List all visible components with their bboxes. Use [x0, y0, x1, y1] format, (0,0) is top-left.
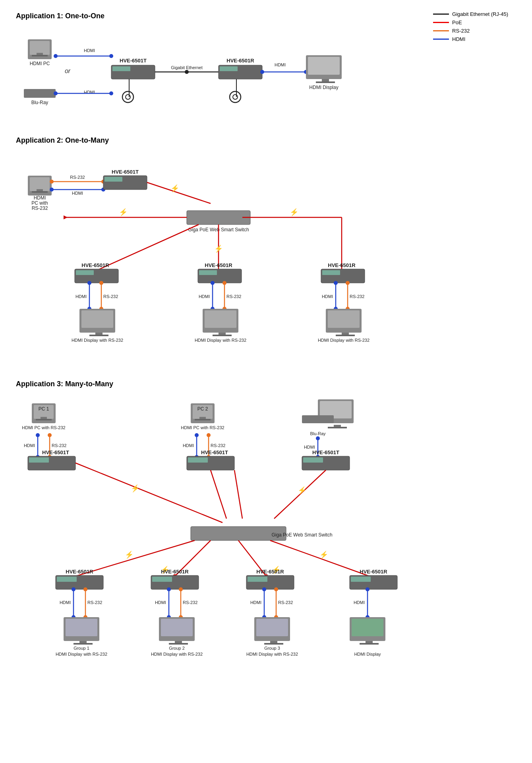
app3-disp3-screen	[256, 619, 288, 636]
app3-rs232-dot-pc1-top	[48, 433, 52, 437]
app3-hdmi-dot-bluray-top	[316, 436, 320, 440]
app3-lightning-rx1: ⚡	[125, 550, 134, 559]
app3-disp2-label: HDMI Display with RS-232	[151, 652, 203, 656]
app1-title: Application 1: One-to-One	[16, 12, 516, 20]
app3-disp2-base	[169, 643, 188, 645]
app2-rs232-label-rx2: RS-232	[226, 294, 241, 299]
app3-poe-tx2-switch-2	[234, 470, 242, 519]
app2-display1-stand	[95, 333, 103, 335]
app3-pc1-name: PC 1	[39, 406, 49, 412]
app3-diagram: PC 1 HDMI PC with RS-232 HDMI RS-232 HVE…	[16, 395, 513, 705]
app2-rs232-label-rx1: RS-232	[103, 294, 118, 299]
app2-lightning1: ⚡	[170, 184, 180, 193]
app3-rx2-screen	[152, 577, 172, 582]
app3-rx1-label: HVE-6501R	[66, 569, 93, 575]
app3-rs232-lbl-rx1: RS-232	[87, 600, 102, 605]
app3-hdmi-dot-rx2-top	[167, 587, 171, 591]
app2-pc-label2: PC with	[31, 200, 48, 206]
app2-display2-stand	[219, 333, 226, 335]
app2-tx-label: HVE-6501T	[112, 169, 139, 175]
app2-diagram: HDMI PC with RS-232 RS-232 HDMI HVE-6501…	[16, 152, 493, 358]
app3-hdmi-dot-pc1-top	[36, 433, 40, 437]
app3-lightning-rx4: ⚡	[319, 550, 329, 559]
app3-hdmi-label-pc2: HDMI	[183, 443, 194, 448]
app2-tx-screen	[104, 177, 122, 182]
app1-pc-label: HDMI PC	[30, 61, 50, 66]
app2-rx3-screen	[322, 270, 340, 275]
app3-disp4-screen	[352, 619, 383, 636]
app1-tx-screen	[112, 66, 130, 71]
app3-tx2-label: HVE-6501T	[201, 449, 228, 455]
app3-pc2-desc: HDMI PC with RS-232	[181, 425, 224, 430]
app3-hdmi-dot-rx3-top	[262, 587, 266, 591]
app3-poe-tx2-switch-1	[211, 470, 226, 519]
app1-section: Application 1: One-to-One HDMI PC Blu-Ra…	[16, 12, 516, 116]
app3-hdmi-lbl-rx2: HDMI	[155, 600, 166, 605]
app3-disp4-label: HDMI Display	[354, 652, 381, 656]
app3-disp1-base	[74, 643, 93, 645]
app3-disp3-label: HDMI Display with RS-232	[246, 652, 298, 656]
app3-rs232-label-pc2: RS-232	[211, 443, 225, 448]
app2-rx1-screen	[76, 270, 94, 275]
app3-rs232-label-pc1: RS-232	[52, 443, 66, 448]
app3-switch-label: Giga PoE Web Smart Switch	[271, 532, 332, 538]
app3-disp2-screen	[161, 619, 193, 636]
app1-tx-power-inner	[126, 95, 130, 99]
app2-rs232-dot-rx2-top	[222, 281, 226, 285]
app3-hdmi-dot-rx1-top	[72, 587, 75, 591]
app2-rx1-label: HVE-6501R	[81, 262, 109, 268]
app3-tx2-screen	[188, 457, 208, 463]
app3-group2-label: Group 2	[169, 646, 185, 651]
app3-rs232-lbl-rx3: RS-232	[278, 600, 293, 605]
app3-poe-tx1-switch	[75, 463, 222, 523]
app1-display-label: HDMI Display	[309, 85, 338, 90]
app3-bluray-stand	[334, 425, 341, 427]
app3-tx1-screen	[29, 457, 49, 463]
app3-pc2-stand	[199, 417, 206, 419]
app2-pc-screen	[30, 177, 50, 191]
app3-rs232-dot-rx3-top	[274, 587, 278, 591]
app2-poe-rx1	[95, 225, 199, 271]
app3-rx3-screen	[248, 577, 267, 582]
app2-lightning2: ⚡	[119, 208, 128, 217]
app3-lightning-tx1: ⚡	[131, 484, 140, 493]
app2-lightning4: ⚡	[290, 208, 299, 217]
app3-disp1-label: HDMI Display with RS-232	[56, 652, 107, 656]
app3-rx4-screen	[351, 577, 371, 582]
app3-disp3-base	[264, 643, 283, 645]
app1-hdmi-dot-rx	[260, 70, 264, 74]
app3-disp1-stand	[79, 641, 87, 643]
app1-or-text: or	[65, 68, 71, 74]
app2-switch-icon	[187, 211, 250, 225]
app1-tx-label: HVE-6501T	[120, 58, 147, 64]
app3-rs232-dot-rx1-top	[83, 587, 87, 591]
app3-title: Application 3: Many-to-Many	[16, 380, 516, 388]
app3-bluray-base	[328, 427, 347, 428]
app1-eth-dot	[185, 70, 189, 74]
app3-hdmi-dot-pc2-top	[195, 433, 199, 437]
app2-pc-base	[32, 191, 48, 193]
app3-bluray-label: Blu-Ray	[310, 431, 326, 436]
app3-hdmi-label-pc1: HDMI	[24, 443, 35, 448]
app2-hdmi-label-rx1: HDMI	[75, 294, 87, 299]
app2-display2-screen	[205, 310, 236, 328]
app1-pc-base	[32, 55, 48, 56]
app3-bluray-deck	[302, 415, 334, 423]
app1-hdmi-out-label: HDMI	[275, 62, 286, 67]
app1-bluray-icon	[24, 89, 56, 98]
app3-group1-label: Group 1	[74, 646, 89, 651]
app3-disp4-base	[360, 643, 379, 645]
app1-rx-label: HVE-6501R	[226, 58, 254, 64]
app2-rs232-dot-rx1-top	[99, 281, 103, 285]
app3-rs232-dot-rx2-top	[179, 587, 183, 591]
app2-display1-label1: HDMI Display with RS-232	[72, 338, 123, 343]
app1-pc-screen	[30, 41, 50, 55]
app1-rx-power-circle	[230, 91, 241, 103]
app2-rs232-dot-rx3-top	[346, 281, 350, 285]
app3-pc2-name: PC 2	[197, 406, 208, 412]
app2-display3-base	[336, 335, 355, 336]
app3-rs232-dot-pc2-top	[207, 433, 211, 437]
app2-rx3-label: HVE-6501R	[328, 262, 356, 268]
app2-title: Application 2: One-to-Many	[16, 136, 516, 145]
app2-hdmi-label-rx2: HDMI	[199, 294, 210, 299]
